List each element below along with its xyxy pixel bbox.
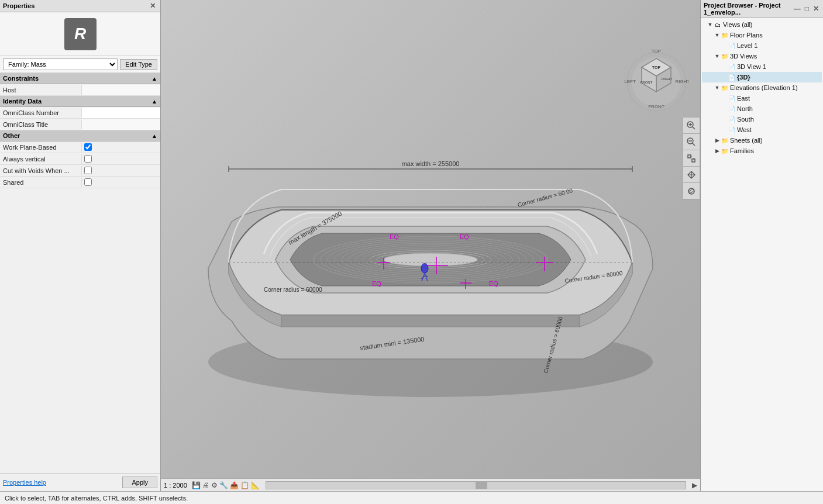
properties-close-btn[interactable]: ✕ — [148, 2, 157, 10]
east-icon: 📄 — [728, 94, 736, 102]
elevations-expander[interactable]: ▼ — [714, 84, 721, 91]
host-label: Host — [0, 85, 82, 95]
views-all-icon: 🗂 — [714, 20, 722, 29]
tree-item-3d-views[interactable]: ▼ 📁 3D Views — [702, 51, 822, 61]
views-all-expander[interactable]: ▼ — [707, 21, 714, 28]
level1-label: Level 1 — [737, 42, 757, 49]
cut-with-voids-value[interactable] — [82, 165, 160, 175]
zoom-extent-btn[interactable] — [683, 150, 700, 167]
3d-views-expander[interactable]: ▼ — [714, 53, 721, 60]
browser-minimize-btn[interactable]: — — [793, 5, 802, 13]
zoom-in-btn[interactable] — [683, 118, 700, 134]
cut-with-voids-row: Cut with Voids When ... — [0, 165, 160, 177]
svg-text:EQ: EQ — [390, 233, 399, 240]
svg-text:TOP: TOP — [652, 65, 661, 70]
omniclass-number-input[interactable] — [84, 109, 158, 116]
viewport-status-bar: 1 : 2000 💾 🖨 ⚙ 🔧 📤 📋 📐 ▶ — [161, 478, 700, 491]
family-dropdown[interactable]: Family: Mass — [3, 58, 118, 70]
properties-title-bar: Properties ✕ — [0, 0, 160, 12]
print-icon[interactable]: 🖨 — [202, 481, 209, 489]
west-expander — [721, 126, 728, 133]
identity-data-section-header[interactable]: Identity Data ▲ — [0, 96, 160, 107]
save-icon[interactable]: 💾 — [192, 481, 201, 489]
revit-logo-area: R — [0, 12, 160, 56]
level1-icon: 📄 — [728, 42, 736, 50]
properties-help-link[interactable]: Properties help — [3, 479, 46, 486]
tree-item-elevations[interactable]: ▼ 📁 Elevations (Elevation 1) — [702, 82, 822, 93]
tree-item-families[interactable]: ▶ 📁 Families — [702, 146, 822, 156]
options-icon[interactable]: 📋 — [240, 481, 249, 489]
horizontal-scroll-thumb[interactable] — [476, 482, 487, 489]
svg-text:EQ: EQ — [489, 280, 498, 287]
tree-item-west[interactable]: 📄 West — [702, 125, 822, 135]
svg-text:EQ: EQ — [372, 280, 381, 287]
navigation-cube[interactable]: TOP FRONT RIGHT TOP RIGHT LEFT FRONT — [624, 47, 688, 111]
shared-value[interactable] — [82, 177, 160, 187]
svg-text:RIGHT: RIGHT — [662, 77, 673, 81]
sheets-label: Sheets (all) — [730, 137, 763, 144]
browser-tree: ▼ 🗂 Views (all) ▼ 📁 Floor Plans 📄 Level … — [701, 18, 823, 491]
families-expander[interactable]: ▶ — [714, 147, 721, 154]
tree-item-north[interactable]: 📄 North — [702, 103, 822, 114]
properties-bottom: Properties help Apply — [0, 473, 160, 491]
nav-cube-svg: TOP FRONT RIGHT TOP RIGHT LEFT FRONT — [624, 47, 688, 111]
work-plane-based-value[interactable] — [82, 142, 160, 152]
tree-item-south[interactable]: 📄 South — [702, 114, 822, 125]
svg-rect-59 — [688, 155, 691, 158]
pan-btn[interactable] — [683, 167, 700, 183]
shared-checkbox[interactable] — [84, 178, 92, 186]
3d-views-icon: 📁 — [721, 52, 729, 60]
horizontal-scrollbar[interactable] — [266, 481, 686, 489]
always-vertical-checkbox[interactable] — [84, 155, 92, 163]
apply-button[interactable]: Apply — [122, 477, 157, 488]
omniclass-title-value — [82, 119, 160, 130]
elevations-label: Elevations (Elevation 1) — [730, 84, 798, 91]
other-label: Other — [3, 132, 20, 139]
browser-restore-btn[interactable]: □ — [804, 5, 810, 13]
main-viewport-area: max width = 255000 Corner radius = 60 00… — [161, 0, 700, 491]
floor-plans-expander[interactable]: ▼ — [714, 32, 721, 39]
nav-icon[interactable]: ⚙ — [211, 481, 218, 489]
3d-active-icon: 📄 — [728, 73, 736, 81]
always-vertical-label: Always vertical — [0, 154, 82, 164]
identity-data-collapse-icon: ▲ — [151, 98, 157, 105]
measure-icon[interactable]: 📐 — [251, 481, 260, 489]
cut-with-voids-checkbox[interactable] — [84, 167, 92, 174]
3d-viewport[interactable]: max width = 255000 Corner radius = 60 00… — [161, 0, 700, 478]
edit-type-button[interactable]: Edit Type — [120, 59, 157, 70]
stadium-container: max width = 255000 Corner radius = 60 00… — [161, 0, 700, 478]
svg-point-12 — [384, 253, 477, 266]
tree-item-3d-view1[interactable]: 📄 3D View 1 — [702, 61, 822, 72]
browser-close-btn[interactable]: ✕ — [812, 5, 820, 13]
tree-item-east[interactable]: 📄 East — [702, 93, 822, 103]
3d-view1-icon: 📄 — [728, 63, 736, 71]
view-controls — [683, 117, 700, 200]
level1-expander — [721, 42, 728, 49]
other-collapse-icon: ▲ — [151, 133, 157, 139]
other-section-header[interactable]: Other ▲ — [0, 130, 160, 141]
tree-item-sheets[interactable]: ▶ 📁 Sheets (all) — [702, 135, 822, 146]
svg-point-41 — [422, 263, 427, 268]
always-vertical-row: Always vertical — [0, 153, 160, 165]
tree-item-floor-plans[interactable]: ▼ 📁 Floor Plans — [702, 30, 822, 40]
svg-text:EQ: EQ — [460, 233, 469, 240]
north-icon: 📄 — [728, 105, 736, 113]
tree-item-views-all[interactable]: ▼ 🗂 Views (all) — [702, 19, 822, 30]
orbit-btn[interactable] — [683, 183, 700, 199]
sheets-expander[interactable]: ▶ — [714, 137, 721, 144]
svg-text:RIGHT: RIGHT — [676, 79, 688, 84]
zoom-out-btn[interactable] — [683, 134, 700, 150]
export-icon[interactable]: 📤 — [230, 481, 239, 489]
constraints-section-header[interactable]: Constraints ▲ — [0, 73, 160, 84]
omniclass-number-value[interactable] — [82, 108, 160, 118]
scroll-right-arrow[interactable]: ▶ — [692, 481, 697, 489]
constraints-label: Constraints — [3, 75, 39, 82]
tree-item-3d-active[interactable]: 📄 {3D} — [702, 72, 822, 82]
tool-icon[interactable]: 🔧 — [219, 481, 228, 489]
work-plane-based-checkbox[interactable] — [84, 143, 92, 151]
tree-item-level1[interactable]: 📄 Level 1 — [702, 40, 822, 51]
browser-title-bar: Project Browser - Project 1_envelop... —… — [701, 0, 823, 18]
south-expander — [721, 116, 728, 123]
family-selector: Family: Mass Edit Type — [0, 56, 160, 73]
always-vertical-value[interactable] — [82, 154, 160, 164]
